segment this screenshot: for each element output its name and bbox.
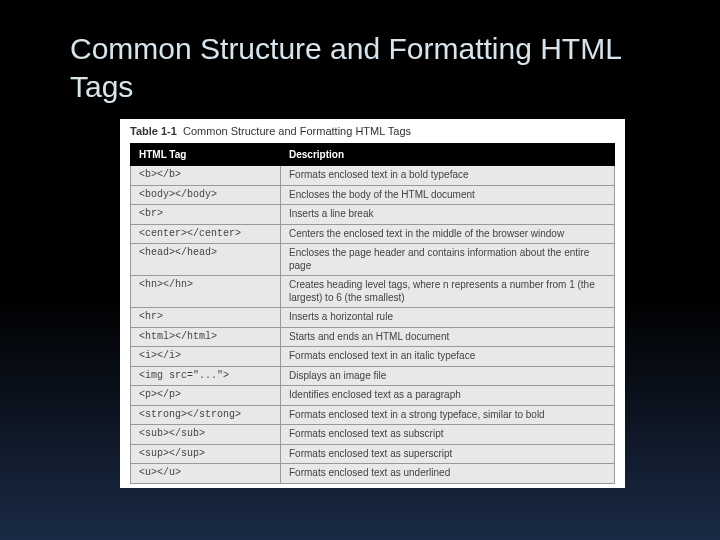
table-row: <hr>Inserts a horizontal rule xyxy=(131,308,615,328)
cell-tag: <i></i> xyxy=(131,347,281,367)
cell-desc: Inserts a line break xyxy=(281,205,615,225)
cell-tag: <b></b> xyxy=(131,166,281,186)
table-row: <head></head>Encloses the page header an… xyxy=(131,244,615,276)
cell-desc: Formats enclosed text in a bold typeface xyxy=(281,166,615,186)
table-row: <img src="...">Displays an image file xyxy=(131,366,615,386)
cell-desc: Formats enclosed text in an italic typef… xyxy=(281,347,615,367)
table-row: <b></b>Formats enclosed text in a bold t… xyxy=(131,166,615,186)
cell-desc: Formats enclosed text as underlined xyxy=(281,464,615,484)
cell-tag: <img src="..."> xyxy=(131,366,281,386)
cell-desc: Identifies enclosed text as a paragraph xyxy=(281,386,615,406)
table-row: <i></i>Formats enclosed text in an itali… xyxy=(131,347,615,367)
table-body: <b></b>Formats enclosed text in a bold t… xyxy=(131,166,615,484)
col-header-desc: Description xyxy=(281,144,615,166)
table-row: <html></html>Starts and ends an HTML doc… xyxy=(131,327,615,347)
cell-tag: <html></html> xyxy=(131,327,281,347)
table-row: <sub></sub>Formats enclosed text as subs… xyxy=(131,425,615,445)
cell-tag: <hr> xyxy=(131,308,281,328)
cell-tag: <strong></strong> xyxy=(131,405,281,425)
cell-desc: Creates heading level tags, where n repr… xyxy=(281,276,615,308)
cell-desc: Encloses the body of the HTML document xyxy=(281,185,615,205)
cell-tag: <sub></sub> xyxy=(131,425,281,445)
table-row: <hn></hn>Creates heading level tags, whe… xyxy=(131,276,615,308)
cell-tag: <p></p> xyxy=(131,386,281,406)
table-row: <p></p>Identifies enclosed text as a par… xyxy=(131,386,615,406)
table-header-row: HTML Tag Description xyxy=(131,144,615,166)
table-row: <br>Inserts a line break xyxy=(131,205,615,225)
cell-desc: Formats enclosed text as superscript xyxy=(281,444,615,464)
cell-tag: <u></u> xyxy=(131,464,281,484)
figure: Table 1-1 Common Structure and Formattin… xyxy=(120,119,625,488)
cell-tag: <head></head> xyxy=(131,244,281,276)
table-row: <strong></strong>Formats enclosed text i… xyxy=(131,405,615,425)
table-row: <center></center>Centers the enclosed te… xyxy=(131,224,615,244)
slide: Common Structure and Formatting HTML Tag… xyxy=(0,0,720,488)
cell-tag: <body></body> xyxy=(131,185,281,205)
cell-desc: Formats enclosed text in a strong typefa… xyxy=(281,405,615,425)
cell-desc: Displays an image file xyxy=(281,366,615,386)
cell-tag: <br> xyxy=(131,205,281,225)
cell-desc: Inserts a horizontal rule xyxy=(281,308,615,328)
cell-desc: Starts and ends an HTML document xyxy=(281,327,615,347)
table-label: Table 1-1 xyxy=(130,125,177,137)
cell-desc: Centers the enclosed text in the middle … xyxy=(281,224,615,244)
col-header-tag: HTML Tag xyxy=(131,144,281,166)
cell-tag: <center></center> xyxy=(131,224,281,244)
tags-table: HTML Tag Description <b></b>Formats encl… xyxy=(130,143,615,484)
table-row: <u></u>Formats enclosed text as underlin… xyxy=(131,464,615,484)
page-title: Common Structure and Formatting HTML Tag… xyxy=(70,30,650,105)
cell-tag: <hn></hn> xyxy=(131,276,281,308)
table-caption: Table 1-1 Common Structure and Formattin… xyxy=(130,125,615,137)
table-row: <body></body>Encloses the body of the HT… xyxy=(131,185,615,205)
cell-desc: Formats enclosed text as subscript xyxy=(281,425,615,445)
table-caption-text: Common Structure and Formatting HTML Tag… xyxy=(183,125,411,137)
cell-desc: Encloses the page header and contains in… xyxy=(281,244,615,276)
cell-tag: <sup></sup> xyxy=(131,444,281,464)
table-row: <sup></sup>Formats enclosed text as supe… xyxy=(131,444,615,464)
